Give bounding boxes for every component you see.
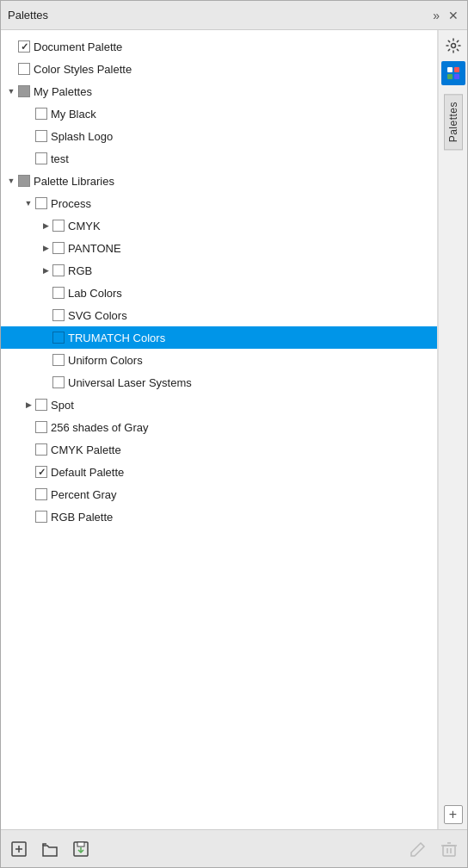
label-my-palettes: My Palettes: [34, 85, 92, 98]
tree-item-percent-gray[interactable]: Percent Gray: [1, 483, 437, 505]
label-default-palette: Default Palette: [51, 466, 124, 479]
label-test: test: [51, 152, 69, 165]
svg-rect-1: [447, 67, 453, 72]
grid-button[interactable]: [441, 61, 465, 85]
tree-item-spot[interactable]: Spot: [1, 394, 437, 416]
label-cmyk: CMYK: [68, 220, 101, 232]
label-spot: Spot: [51, 399, 74, 412]
tree-item-cmyk-palette[interactable]: CMYK Palette: [1, 438, 437, 461]
right-panel: Palettes +: [438, 30, 467, 829]
swatch-trumatch-colors: [52, 332, 65, 344]
gear-button[interactable]: [441, 34, 465, 58]
tree-item-rgb-palette[interactable]: RGB Palette: [1, 505, 437, 528]
tree-item-trumatch-colors[interactable]: TRUMATCH Colors: [1, 326, 437, 349]
checkbox-document-palette[interactable]: [18, 40, 30, 53]
checkbox-universal-laser-systems[interactable]: [52, 376, 65, 388]
label-svg-colors: SVG Colors: [68, 309, 127, 322]
checkbox-test[interactable]: [35, 152, 47, 164]
svg-rect-11: [443, 846, 455, 856]
palettes-window: Palettes » ✕ Document PaletteColor Style…: [0, 0, 468, 868]
label-pantone: PANTONE: [68, 242, 121, 255]
label-lab-colors: Lab Colors: [68, 287, 122, 300]
tree-item-cmyk[interactable]: CMYK: [1, 214, 437, 237]
edit-button[interactable]: [407, 838, 429, 860]
import-button[interactable]: [70, 838, 92, 860]
tree-item-default-palette[interactable]: Default Palette: [1, 461, 437, 483]
tree-item-256-shades-of-gray[interactable]: 256 shades of Gray: [1, 416, 437, 438]
svg-rect-2: [454, 67, 459, 72]
tree-item-document-palette[interactable]: Document Palette: [1, 35, 437, 58]
label-rgb: RGB: [68, 264, 92, 277]
bottom-bar: [1, 829, 467, 867]
checkbox-color-styles-palette[interactable]: [18, 63, 30, 75]
checkbox-rgb[interactable]: [52, 264, 65, 276]
tree-item-pantone[interactable]: PANTONE: [1, 237, 437, 259]
checkbox-256-shades-of-gray[interactable]: [35, 421, 47, 433]
label-my-black: My Black: [51, 108, 96, 121]
checkbox-cmyk[interactable]: [52, 220, 65, 232]
add-palette-button[interactable]: +: [444, 805, 463, 824]
close-button[interactable]: ✕: [446, 9, 460, 22]
checkbox-spot[interactable]: [35, 399, 47, 411]
checkbox-splash-logo[interactable]: [35, 130, 47, 142]
bottom-right-controls: [407, 838, 460, 860]
bottom-left-controls: [8, 838, 92, 860]
label-color-styles-palette: Color Styles Palette: [34, 63, 132, 76]
checkbox-percent-gray[interactable]: [35, 488, 47, 500]
tree-item-lab-colors[interactable]: Lab Colors: [1, 282, 437, 304]
checkbox-palette-libraries[interactable]: [18, 175, 30, 187]
expander-spot[interactable]: [22, 398, 35, 412]
expander-my-palettes[interactable]: [4, 84, 18, 98]
svg-rect-4: [454, 74, 459, 79]
tree-item-test[interactable]: test: [1, 147, 437, 170]
title-bar-controls: » ✕: [431, 9, 460, 22]
expand-button[interactable]: »: [431, 9, 441, 22]
label-universal-laser-systems: Universal Laser Systems: [68, 376, 192, 389]
checkbox-uniform-colors[interactable]: [52, 354, 65, 366]
main-content: Document PaletteColor Styles PaletteMy P…: [1, 30, 467, 829]
checkbox-process[interactable]: [35, 197, 47, 209]
title-bar: Palettes » ✕: [1, 1, 467, 30]
expander-palette-libraries[interactable]: [4, 174, 18, 188]
tree-area[interactable]: Document PaletteColor Styles PaletteMy P…: [1, 30, 438, 829]
checkbox-pantone[interactable]: [52, 242, 65, 254]
tree-item-splash-logo[interactable]: Splash Logo: [1, 125, 437, 147]
checkbox-lab-colors[interactable]: [52, 287, 65, 299]
window-title: Palettes: [8, 9, 48, 22]
checkbox-my-palettes[interactable]: [18, 85, 30, 97]
svg-rect-9: [77, 842, 84, 846]
expander-process[interactable]: [22, 196, 35, 210]
tree-item-my-black[interactable]: My Black: [1, 102, 437, 125]
label-256-shades-of-gray: 256 shades of Gray: [51, 421, 148, 434]
svg-point-0: [451, 44, 455, 48]
label-uniform-colors: Uniform Colors: [68, 354, 143, 367]
checkbox-rgb-palette[interactable]: [35, 511, 47, 523]
label-process: Process: [51, 197, 91, 210]
label-cmyk-palette: CMYK Palette: [51, 443, 121, 456]
palettes-tab[interactable]: Palettes: [444, 94, 463, 150]
expander-cmyk[interactable]: [39, 219, 52, 232]
tree-item-svg-colors[interactable]: SVG Colors: [1, 304, 437, 326]
add-button[interactable]: [8, 838, 30, 860]
checkbox-my-black[interactable]: [35, 108, 47, 120]
label-rgb-palette: RGB Palette: [51, 511, 113, 524]
expander-pantone[interactable]: [39, 241, 52, 255]
tree-item-my-palettes[interactable]: My Palettes: [1, 80, 437, 102]
checkbox-cmyk-palette[interactable]: [35, 443, 47, 456]
tree-item-palette-libraries[interactable]: Palette Libraries: [1, 170, 437, 192]
checkbox-default-palette[interactable]: [35, 466, 47, 478]
tree-item-universal-laser-systems[interactable]: Universal Laser Systems: [1, 371, 437, 394]
checkbox-svg-colors[interactable]: [52, 309, 65, 321]
tree-item-color-styles-palette[interactable]: Color Styles Palette: [1, 58, 437, 80]
svg-rect-3: [447, 74, 453, 79]
label-trumatch-colors: TRUMATCH Colors: [68, 332, 165, 344]
label-splash-logo: Splash Logo: [51, 130, 113, 143]
label-document-palette: Document Palette: [34, 40, 122, 53]
label-percent-gray: Percent Gray: [51, 488, 117, 501]
expander-rgb[interactable]: [39, 264, 52, 277]
delete-button[interactable]: [438, 838, 460, 860]
open-button[interactable]: [39, 838, 61, 860]
tree-item-uniform-colors[interactable]: Uniform Colors: [1, 349, 437, 371]
tree-item-process[interactable]: Process: [1, 192, 437, 214]
tree-item-rgb[interactable]: RGB: [1, 259, 437, 282]
